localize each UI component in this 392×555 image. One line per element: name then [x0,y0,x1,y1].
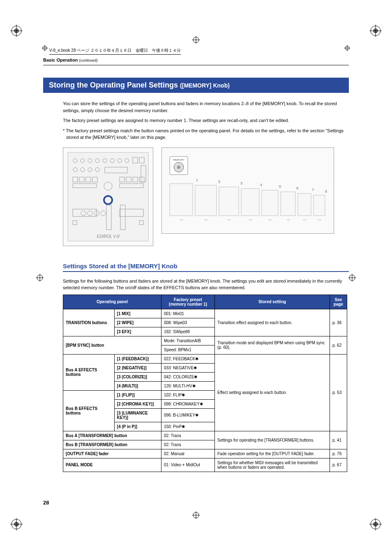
figure-memory-sequence: MEMORY 1 [161,147,334,234]
cell-factory: 022: FEEDBACK✱ [161,354,215,363]
group-panel-mode: PANEL MODE [63,458,161,472]
page-content: Basic Operation (continued) Storing the … [43,58,349,472]
title-sub: ([MEMORY] Knob) [180,82,230,89]
th-stored: Stored setting [215,295,330,309]
registration-mark-bottom [192,511,200,519]
document-page: V-8_e.book 28 ページ ２０１０年４月１６日 金曜日 午後５時１４分… [0,0,392,555]
svg-rect-82 [262,190,278,216]
group-transition: TRANSITION buttons [63,309,115,336]
cell-factory: 008: Wipe03 [161,318,215,327]
group-busa-trans: Bus A [TRANSFORMER] button [63,431,161,440]
section-breadcrumb: Basic Operation (continued) [43,58,349,62]
figure-row: EDIROL V-8 MEMORY [63,147,349,246]
cell-page: p. 67 [330,458,347,472]
cell-sub: [2 (CHROMA KEY)] [114,399,161,408]
cell-factory2: Speed: BPMx1 [161,345,215,354]
cell-factory: 01: Video + MidiOut [161,458,215,472]
settings-table: Operating panel Factory preset (memory n… [63,295,347,472]
svg-text:6: 6 [296,186,298,190]
svg-text:V-8: V-8 [180,219,183,221]
cell-stored: Fade operation setting for the [OUTPUT F… [215,449,330,458]
crop-mark-bottom-left [10,514,27,530]
page-number: 28 [43,500,49,506]
cell-page: p. 36 [330,309,347,336]
cell-stored: Effect setting assigned to each button. [215,354,330,431]
cell-sub: [3 EFX] [114,327,161,336]
svg-rect-84 [298,193,311,216]
cell-factory: 150: PinP✱ [161,422,215,431]
svg-text:V-8: V-8 [268,219,272,221]
registration-mark-top [192,36,200,44]
page-header: V-8_e.book 28 ページ ２０１０年４月１６日 金曜日 午後５時１４分 [49,48,344,55]
paragraph-1: You can store the settings of the operat… [63,100,345,114]
svg-rect-80 [219,187,239,216]
cell-stored: Settings for operating the [TRANSFORMER]… [215,431,330,449]
crop-mark-bottom-right [365,514,382,530]
cell-factory: 102: FLIP✱ [161,390,215,399]
svg-text:V-8: V-8 [249,219,252,221]
cell-page: p. 78 [330,449,347,458]
section-continued: (continued) [79,58,97,62]
cell-sub: [2 WIPE] [114,318,161,327]
cell-page: p. 53 [330,354,347,431]
cell-page: p. 41 [330,431,347,449]
cell-factory: 096: B-LUMIKEY✱ [161,408,215,422]
registration-mark-left [36,274,44,281]
svg-text:MEMORY: MEMORY [173,159,184,161]
title-bar: Storing the Operating Panel Settings ([M… [43,78,349,93]
svg-text:V-8: V-8 [204,219,208,221]
header-text: V-8_e.book 28 ページ ２０１０年４月１６日 金曜日 午後５時１４分 [49,48,181,55]
cell-sub: [1 (FLIP)] [114,390,161,399]
svg-text:4: 4 [260,183,262,187]
svg-rect-81 [241,189,259,216]
section-divider [43,65,349,65]
cell-sub: [4 (MULTI)] [114,381,161,390]
cell-sub: [2 (NEGATIVE)] [114,363,161,372]
cell-factory: 033: NEGATIVE✱ [161,363,215,372]
title-main: Storing the Operating Panel Settings [49,81,178,89]
group-busa: Bus A EFFECTS buttons [63,354,115,390]
cell-sub: [1 (FEEDBACK)] [114,354,161,363]
crop-mark-top-right [365,25,382,41]
svg-rect-83 [281,192,295,216]
cell-stored: Settings for whether MIDI messages will … [215,458,330,472]
group-bpm: [BPM SYNC] button [63,336,161,354]
svg-rect-79 [195,185,217,216]
th-see-page: See page [330,295,347,309]
cell-factory: 001: Mix01 [161,309,215,318]
cell-page: p. 62 [330,336,347,354]
svg-text:EDIROL   V-8: EDIROL V-8 [97,234,119,239]
svg-rect-78 [170,184,193,216]
svg-text:7: 7 [312,188,314,192]
registration-small-right [344,45,350,51]
cell-factory: 042: COLORIZE✱ [161,372,215,381]
note-1: * The factory preset settings match the … [63,127,345,141]
group-busb-trans: Bus B [TRANSFORMER] button [63,440,161,449]
cell-factory: 098: CHROMAKEY✱ [161,399,215,408]
cell-factory: 02: Manual [161,449,215,458]
svg-text:V-8: V-8 [227,219,231,221]
svg-text:3: 3 [240,181,242,185]
cell-sub: [4 (P in P)] [114,422,161,431]
svg-text:V-8: V-8 [286,219,290,221]
figure-panel-photo: EDIROL V-8 [63,147,153,246]
svg-text:8: 8 [325,189,327,193]
group-busb: Bus B EFFECTS buttons [63,390,115,431]
svg-rect-85 [314,195,325,216]
cell-factory: 02: Trans [161,440,215,449]
cell-sub: [3 (LUMINANCE KEY)] [114,408,161,422]
subheading: Settings Stored at the [MEMORY] Knob [63,263,349,272]
cell-stored: Transition effect assigned to each butto… [215,309,330,336]
th-operating-panel: Operating panel [63,295,161,309]
paragraph-3: Settings for the following buttons and f… [63,278,345,291]
svg-text:V-8: V-8 [318,219,321,221]
cell-sub: [3 (COLORIZE)] [114,372,161,381]
cell-stored: Transition mode and displayed BPM when u… [215,336,330,354]
cell-factory: 02: Trans [161,431,215,440]
cell-factory: Mode: TransitionA/B [161,336,215,345]
svg-text:5: 5 [279,184,281,189]
registration-small-left [42,45,48,51]
svg-point-77 [177,166,180,169]
cell-factory: 126: MULTI-HV✱ [161,381,215,390]
cell-factory: 192: SWipe88 [161,327,215,336]
